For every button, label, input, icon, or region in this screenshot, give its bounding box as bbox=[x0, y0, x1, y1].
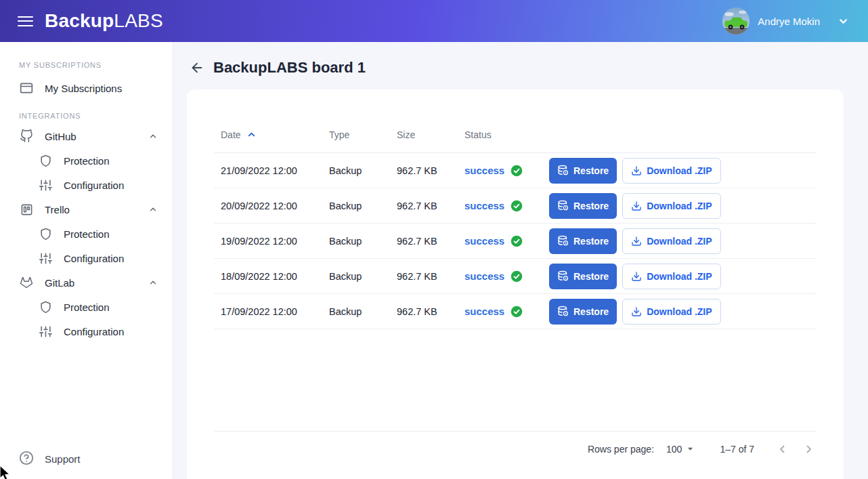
user-name: Andrye Mokin bbox=[758, 16, 820, 27]
cell-date: 17/09/2022 12:00 bbox=[214, 306, 322, 317]
sidebar-item-support[interactable]: Support bbox=[0, 445, 173, 472]
table-row: 19/09/2022 12:00 Backup 962.7 KB success… bbox=[214, 224, 817, 259]
download-icon bbox=[631, 271, 642, 282]
section-label-integrations: INTEGRATIONS bbox=[19, 112, 173, 120]
select-arrow-icon bbox=[687, 445, 694, 453]
cell-status: success bbox=[458, 306, 542, 318]
trello-icon bbox=[19, 202, 34, 217]
database-restore-icon bbox=[557, 270, 569, 282]
cell-status: success bbox=[458, 235, 542, 247]
backups-card: Date Type Size Status 21/09/2022 12:00 B… bbox=[187, 89, 844, 479]
table-header: Date Type Size Status bbox=[214, 117, 817, 153]
download-zip-button[interactable]: Download .ZIP bbox=[622, 193, 720, 219]
cell-size: 962.7 KB bbox=[390, 236, 458, 247]
database-restore-icon bbox=[557, 306, 569, 317]
sidebar-item-github-protection[interactable]: Protection bbox=[0, 148, 173, 173]
table-row: 17/09/2022 12:00 Backup 962.7 KB success… bbox=[214, 294, 817, 329]
restore-button[interactable]: Restore bbox=[549, 264, 617, 289]
sidebar-item-my-subscriptions[interactable]: My Subscriptions bbox=[0, 76, 173, 100]
download-zip-button[interactable]: Download .ZIP bbox=[622, 299, 720, 325]
previous-page-button[interactable] bbox=[775, 441, 791, 457]
sidebar-item-label: Configuration bbox=[64, 326, 124, 337]
sidebar: MY SUBSCRIPTIONS My Subscriptions INTEGR… bbox=[0, 42, 173, 479]
cell-status: success bbox=[458, 270, 542, 283]
cell-type: Backup bbox=[322, 165, 390, 176]
top-header: BackupLABS Andrye Mokin bbox=[0, 0, 868, 42]
download-icon bbox=[631, 165, 642, 176]
restore-button[interactable]: Restore bbox=[549, 158, 617, 184]
sliders-icon bbox=[38, 324, 53, 339]
section-label-my-subscriptions: MY SUBSCRIPTIONS bbox=[19, 61, 173, 69]
sidebar-item-label: GitLab bbox=[45, 277, 74, 289]
chevron-up-icon[interactable] bbox=[148, 278, 158, 287]
app-logo: BackupLABS bbox=[45, 10, 163, 32]
shield-icon bbox=[38, 299, 53, 314]
table-row: 18/09/2022 12:00 Backup 962.7 KB success… bbox=[214, 259, 817, 294]
user-menu[interactable]: Andrye Mokin bbox=[722, 7, 849, 35]
mouse-cursor bbox=[0, 465, 12, 479]
table-row: 20/09/2022 12:00 Backup 962.7 KB success… bbox=[214, 188, 817, 224]
pagination-bar: Rows per page: 100 1–7 of 7 bbox=[214, 431, 817, 466]
sidebar-item-label: Support bbox=[45, 453, 81, 465]
sliders-icon bbox=[38, 178, 53, 192]
column-header-type[interactable]: Type bbox=[322, 129, 390, 140]
sidebar-item-gitlab-protection[interactable]: Protection bbox=[0, 295, 173, 319]
sidebar-item-gitlab-configuration[interactable]: Configuration bbox=[0, 319, 173, 343]
page-title: BackupLABS board 1 bbox=[213, 59, 366, 77]
cell-size: 962.7 KB bbox=[390, 306, 458, 317]
sidebar-item-trello[interactable]: Trello bbox=[0, 197, 173, 222]
database-restore-icon bbox=[557, 235, 569, 247]
chevron-up-icon[interactable] bbox=[148, 205, 158, 214]
sidebar-item-label: Protection bbox=[64, 155, 110, 167]
sort-ascending-icon[interactable] bbox=[246, 129, 257, 140]
check-circle-icon bbox=[511, 200, 523, 212]
download-zip-button[interactable]: Download .ZIP bbox=[622, 228, 720, 254]
rows-per-page-select[interactable]: 100 bbox=[666, 444, 694, 455]
sidebar-item-github-configuration[interactable]: Configuration bbox=[0, 173, 173, 197]
download-icon bbox=[631, 306, 642, 317]
download-zip-button[interactable]: Download .ZIP bbox=[622, 158, 720, 184]
database-restore-icon bbox=[557, 200, 569, 211]
back-arrow-icon[interactable] bbox=[190, 60, 204, 75]
cell-size: 962.7 KB bbox=[390, 165, 458, 176]
column-header-status[interactable]: Status bbox=[458, 129, 542, 140]
download-zip-button[interactable]: Download .ZIP bbox=[622, 264, 720, 289]
restore-button[interactable]: Restore bbox=[549, 193, 617, 219]
cell-type: Backup bbox=[322, 271, 390, 282]
cell-type: Backup bbox=[322, 236, 390, 247]
sidebar-item-gitlab[interactable]: GitLab bbox=[0, 270, 173, 295]
sidebar-item-trello-configuration[interactable]: Configuration bbox=[0, 246, 173, 270]
logo-light: LABS bbox=[114, 10, 162, 31]
main-content: BackupLABS board 1 Date Type Size Status… bbox=[173, 42, 868, 479]
avatar[interactable] bbox=[722, 7, 750, 35]
restore-button[interactable]: Restore bbox=[549, 228, 617, 254]
column-header-date[interactable]: Date bbox=[214, 129, 322, 140]
cell-type: Backup bbox=[322, 201, 390, 211]
next-page-button[interactable] bbox=[800, 441, 817, 457]
help-circle-icon bbox=[19, 451, 35, 467]
sidebar-item-label: Protection bbox=[64, 301, 110, 313]
shield-icon bbox=[38, 153, 53, 168]
pagination-range: 1–7 of 7 bbox=[720, 444, 754, 455]
column-header-size[interactable]: Size bbox=[390, 129, 458, 140]
hamburger-menu-icon[interactable] bbox=[18, 14, 33, 29]
chevron-up-icon[interactable] bbox=[148, 131, 158, 141]
cell-status: success bbox=[458, 200, 542, 212]
check-circle-icon bbox=[511, 270, 523, 283]
github-icon bbox=[19, 129, 34, 144]
cell-size: 962.7 KB bbox=[390, 271, 458, 282]
subscription-card-icon bbox=[19, 81, 34, 96]
table-row: 21/09/2022 12:00 Backup 962.7 KB success… bbox=[214, 153, 817, 188]
chevron-down-icon[interactable] bbox=[838, 16, 849, 27]
cell-type: Backup bbox=[322, 306, 390, 317]
sidebar-item-github[interactable]: GitHub bbox=[0, 124, 173, 148]
download-icon bbox=[631, 236, 642, 247]
restore-button[interactable]: Restore bbox=[549, 299, 617, 325]
sidebar-item-label: Trello bbox=[45, 204, 70, 215]
database-restore-icon bbox=[557, 165, 569, 176]
sidebar-item-label: Configuration bbox=[64, 180, 124, 191]
check-circle-icon bbox=[511, 165, 523, 177]
shield-icon bbox=[38, 226, 53, 241]
sidebar-item-label: My Subscriptions bbox=[45, 83, 122, 94]
sidebar-item-trello-protection[interactable]: Protection bbox=[0, 222, 173, 246]
